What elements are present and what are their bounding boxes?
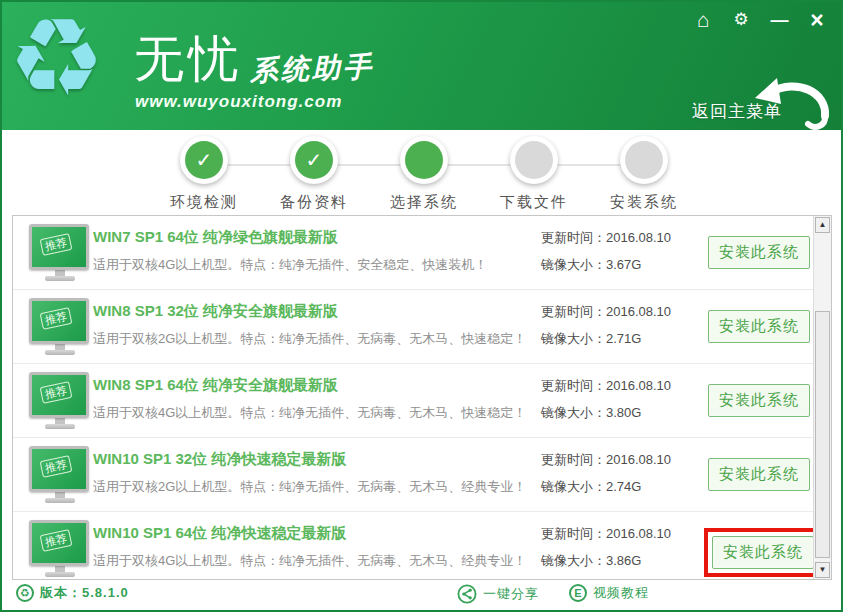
red-highlight-box: 安装此系统 (704, 528, 822, 577)
recommended-badge: 推荐 (40, 233, 73, 256)
update-time-value: 2016.08.10 (606, 452, 671, 467)
update-time-label: 更新时间： (541, 526, 606, 541)
os-list-item[interactable]: 推荐 WIN8 SP1 64位 纯净安全旗舰最新版 适用于双核4G以上机型。特点… (13, 364, 831, 438)
recommended-monitor-icon: 推荐 (29, 224, 91, 281)
update-time-label: 更新时间： (541, 304, 606, 319)
image-size-label: 镜像大小： (541, 331, 606, 346)
check-icon: ✓ (196, 150, 213, 170)
image-size-label: 镜像大小： (541, 479, 606, 494)
check-icon: ✓ (306, 150, 323, 170)
step-select-system: 选择系统 (369, 136, 479, 212)
os-description: 适用于双核4G以上机型。特点：纯净无插件、无病毒、无木马、快速稳定！ (93, 404, 526, 422)
step-dot: ✓ (295, 141, 333, 179)
os-title: WIN10 SP1 64位 纯净快速稳定最新版 (93, 524, 346, 543)
update-time-value: 2016.08.10 (606, 304, 671, 319)
os-list-item[interactable]: 推荐 WIN10 SP1 32位 纯净快速稳定最新版 适用于双核2G以上机型。特… (13, 438, 831, 512)
settings-gear-icon[interactable]: ⚙ (729, 8, 753, 32)
os-title: WIN10 SP1 32位 纯净快速稳定最新版 (93, 450, 346, 469)
share-label: 一键分享 (483, 585, 539, 603)
image-size-label: 镜像大小： (541, 405, 606, 420)
close-button[interactable]: × (805, 8, 829, 32)
update-time-value: 2016.08.10 (606, 230, 671, 245)
scroll-down-icon[interactable]: ▼ (815, 562, 830, 578)
os-description: 适用于双核4G以上机型。特点：纯净无插件、安全稳定、快速装机！ (93, 256, 487, 274)
os-description: 适用于双核2G以上机型。特点：纯净无插件、无病毒、无木马、经典专业！ (93, 478, 526, 496)
app-header: ♻ 无忧 系统助手 www.wuyouxitong.com ⌂ ⚙ — × 返回… (2, 2, 841, 130)
image-size-value: 3.80G (606, 405, 641, 420)
install-system-button[interactable]: 安装此系统 (708, 310, 810, 343)
os-list-item[interactable]: 推荐 WIN10 SP1 64位 纯净快速稳定最新版 适用于双核4G以上机型。特… (13, 512, 831, 586)
minimize-button[interactable]: — (767, 8, 791, 32)
update-time-value: 2016.08.10 (606, 378, 671, 393)
os-list-item[interactable]: 推荐 WIN7 SP1 64位 纯净绿色旗舰最新版 适用于双核4G以上机型。特点… (13, 216, 831, 290)
home-icon[interactable]: ⌂ (691, 8, 715, 32)
os-title: WIN8 SP1 32位 纯净安全旗舰最新版 (93, 302, 338, 321)
step-dot (405, 141, 443, 179)
step-label: 安装系统 (610, 193, 678, 212)
recommended-badge: 推荐 (40, 455, 73, 478)
app-window: { "header": { "logo_icon": "♻", "title_m… (0, 0, 843, 612)
scrollbar-thumb[interactable] (815, 311, 830, 558)
os-list: 推荐 WIN7 SP1 64位 纯净绿色旗舰最新版 适用于双核4G以上机型。特点… (12, 215, 832, 580)
image-size-value: 2.74G (606, 479, 641, 494)
step-dot (625, 141, 663, 179)
os-description: 适用于双核2G以上机型。特点：纯净无插件、无病毒、无木马、快速稳定！ (93, 330, 526, 348)
recommended-monitor-icon: 推荐 (29, 520, 91, 577)
image-size-label: 镜像大小： (541, 553, 606, 568)
one-click-share-button[interactable]: 一键分享 (457, 584, 539, 604)
app-title: 无忧 (134, 26, 242, 93)
step-label: 备份资料 (280, 193, 348, 212)
step-dot (515, 141, 553, 179)
image-size-value: 2.71G (606, 331, 641, 346)
step-dot: ✓ (185, 141, 223, 179)
os-description: 适用于双核4G以上机型。特点：纯净无插件、无病毒、无木马、经典专业！ (93, 552, 526, 570)
os-title: WIN7 SP1 64位 纯净绿色旗舰最新版 (93, 228, 338, 247)
os-list-item[interactable]: 推荐 WIN8 SP1 32位 纯净安全旗舰最新版 适用于双核2G以上机型。特点… (13, 290, 831, 364)
video-tutorial-icon: E (569, 584, 587, 602)
footer-bar: ♻ 版本：5.8.1.0 一键分享 E 视频教程 (2, 580, 841, 610)
scroll-up-icon[interactable]: ▲ (815, 217, 830, 233)
version-label: 版本：5.8.1.0 (40, 584, 129, 602)
step-install: 安装系统 (589, 136, 699, 212)
image-size-value: 3.86G (606, 553, 641, 568)
list-scrollbar[interactable]: ▲ ▼ (813, 216, 831, 579)
return-main-menu-button[interactable]: 返回主菜单 (692, 78, 827, 128)
video-label: 视频教程 (593, 584, 649, 602)
recommended-badge: 推荐 (40, 381, 73, 404)
os-title: WIN8 SP1 64位 纯净安全旗舰最新版 (93, 376, 338, 395)
version-recycle-icon: ♻ (16, 584, 34, 602)
website-url: www.wuyouxitong.com (135, 92, 342, 112)
image-size-value: 3.67G (606, 257, 641, 272)
update-time-label: 更新时间： (541, 452, 606, 467)
update-time-value: 2016.08.10 (606, 526, 671, 541)
return-menu-label: 返回主菜单 (692, 100, 782, 123)
step-label: 环境检测 (170, 193, 238, 212)
step-env-check: ✓ 环境检测 (149, 136, 259, 212)
recommended-badge: 推荐 (40, 529, 73, 552)
install-system-button[interactable]: 安装此系统 (708, 236, 810, 269)
recommended-monitor-icon: 推荐 (29, 298, 91, 355)
update-time-label: 更新时间： (541, 378, 606, 393)
recommended-monitor-icon: 推荐 (29, 446, 91, 503)
install-system-button[interactable]: 安装此系统 (712, 536, 814, 569)
share-icon (457, 584, 477, 604)
recommended-badge: 推荐 (40, 307, 73, 330)
video-tutorial-button[interactable]: E 视频教程 (569, 584, 649, 602)
version-info: ♻ 版本：5.8.1.0 (16, 584, 129, 602)
step-backup: ✓ 备份资料 (259, 136, 369, 212)
step-download: 下载文件 (479, 136, 589, 212)
step-label: 下载文件 (500, 193, 568, 212)
recommended-monitor-icon: 推荐 (29, 372, 91, 429)
recycle-logo-icon: ♻ (8, 0, 105, 118)
install-system-button[interactable]: 安装此系统 (708, 458, 810, 491)
install-system-button[interactable]: 安装此系统 (708, 384, 810, 417)
update-time-label: 更新时间： (541, 230, 606, 245)
wizard-steps-bar: ✓ 环境检测 ✓ 备份资料 选择系统 下载文件 安装系统 (2, 130, 841, 215)
image-size-label: 镜像大小： (541, 257, 606, 272)
titlebar-controls: ⌂ ⚙ — × (691, 8, 829, 32)
app-subtitle: 系统助手 (249, 48, 374, 90)
step-label: 选择系统 (390, 193, 458, 212)
